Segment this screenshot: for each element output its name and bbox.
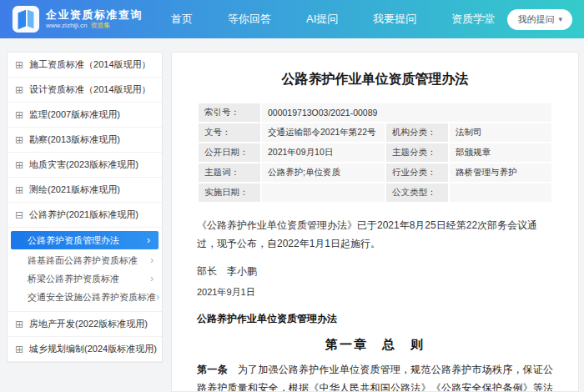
content-layout: ⊞ 施工资质标准（2014版现用） ⊞ 设计资质标准（2014版现用） ⊞ 监理… <box>0 38 584 392</box>
subitem-label: 路基路面公路养护资质标准 <box>28 254 138 267</box>
meta-value-org: 法制司 <box>450 123 551 142</box>
meta-label-pubdate: 公开日期： <box>199 143 260 162</box>
meta-label-keywords: 主题词： <box>199 163 260 182</box>
nav-ai-question[interactable]: AI提问 <box>306 12 338 27</box>
top-navbar: 企业资质标准查询 www.zizhiji.cn 资质集 首页 等你回答 AI提问… <box>0 0 584 38</box>
meta-row-pubdate: 公开日期： 2021年09月10日 主题分类： 部颁规章 <box>199 143 551 162</box>
subitem-bridge-standard[interactable]: 桥梁公路养护资质标准 › <box>8 269 162 288</box>
subitem-label: 公路养护资质管理办法 <box>28 234 119 247</box>
logo-subtitle-row: www.zizhiji.cn 资质集 <box>46 22 143 30</box>
plus-square-icon[interactable]: ⊞ <box>15 185 23 195</box>
sidebar-item-label: 测绘(2021版标准现用) <box>29 183 120 196</box>
plus-square-icon[interactable]: ⊞ <box>15 160 23 170</box>
nav-school[interactable]: 资质学堂 <box>451 12 495 27</box>
subitem-roadbed-standard[interactable]: 路基路面公路养护资质标准 › <box>8 251 162 269</box>
main-content: 公路养护作业单位资质管理办法 索引号： 000019713O03/2021-00… <box>171 52 579 392</box>
my-questions-label: 我的提问 <box>517 13 554 26</box>
sign-date: 2021年9月1日 <box>197 286 553 299</box>
sidebar-item-construction[interactable]: ⊞ 施工资质标准（2014版现用） <box>8 53 162 78</box>
meta-label-topic: 主题分类： <box>386 143 448 162</box>
chapter-heading: 第一章 总 则 <box>197 337 553 353</box>
meta-value-impl <box>262 183 385 202</box>
article-number: 第一条 <box>197 364 228 375</box>
sidebar-sublist-highway: 公路养护资质管理办法 › 路基路面公路养护资质标准 › 桥梁公路养护资质标准 ›… <box>8 228 162 312</box>
plus-square-icon[interactable]: ⊞ <box>15 319 23 329</box>
chevron-right-icon: › <box>147 235 150 245</box>
subitem-label: 桥梁公路养护资质标准 <box>28 273 119 285</box>
meta-label-impl: 实施日期： <box>199 183 260 202</box>
article-paragraph: 第一条 为了加强公路养护作业单位资质管理，规范公路养护市场秩序，保证公路养护质量… <box>197 360 553 392</box>
meta-value-doctype <box>450 183 551 202</box>
chevron-right-icon: › <box>150 274 154 284</box>
doc-meta-table: 索引号： 000019713O03/2021-00089 文号： 交通运输部令2… <box>197 102 553 204</box>
main-nav: 首页 等你回答 AI提问 我要提问 资质学堂 <box>171 12 495 27</box>
meta-row-keywords: 主题词： 公路养护;单位资质 行业分类： 路桥管理与养护 <box>199 163 551 182</box>
plus-square-icon[interactable]: ⊞ <box>15 60 23 70</box>
chevron-right-icon: › <box>156 292 159 302</box>
meta-label-org: 机构分类： <box>386 123 448 142</box>
meta-value-pubdate: 2021年09月10日 <box>262 143 385 162</box>
chevron-right-icon: › <box>150 255 154 265</box>
page-title: 公路养护作业单位资质管理办法 <box>197 71 553 88</box>
site-title: 企业资质标准查询 <box>46 8 143 22</box>
nav-home[interactable]: 首页 <box>171 12 193 27</box>
sidebar-item-label: 地质灾害(2023版标准现用) <box>29 158 138 171</box>
sidebar-item-label: 勘察(2013版标准现用) <box>29 133 120 146</box>
page: 企业资质标准查询 www.zizhiji.cn 资质集 首页 等你回答 AI提问… <box>0 0 584 392</box>
minus-square-icon[interactable]: ⊟ <box>15 210 23 220</box>
sidebar-item-label: 施工资质标准（2014版现用） <box>29 58 150 71</box>
site-url: www.zizhiji.cn <box>46 22 87 30</box>
plus-square-icon[interactable]: ⊞ <box>15 344 23 354</box>
plus-square-icon[interactable]: ⊞ <box>15 85 23 95</box>
logo-text: 企业资质标准查询 www.zizhiji.cn 资质集 <box>46 8 143 30</box>
meta-label-docno: 文号： <box>199 123 260 142</box>
meta-label-doctype: 公文类型： <box>386 183 448 202</box>
my-questions-button[interactable]: 我的提问 ▾ <box>507 9 572 30</box>
sidebar-item-urban-planning[interactable]: ⊞ 城乡规划编制(2024版标准现用) <box>8 337 162 362</box>
sidebar-item-label: 监理(2007版标准现用) <box>29 108 120 121</box>
meta-label-industry: 行业分类： <box>386 163 448 182</box>
plus-square-icon[interactable]: ⊞ <box>15 135 23 145</box>
site-logo-icon <box>12 5 40 33</box>
subitem-label: 交通安全设施公路养护资质标准 <box>28 291 156 304</box>
nav-ask[interactable]: 我要提问 <box>373 12 416 27</box>
subitem-maintenance-measures[interactable]: 公路养护资质管理办法 › <box>11 231 159 249</box>
meta-label-index: 索引号： <box>199 103 260 122</box>
sidebar-item-label: 房地产开发(2022版标准现用) <box>29 318 148 330</box>
meta-row-index: 索引号： 000019713O03/2021-00089 <box>199 103 551 122</box>
sidebar: ⊞ 施工资质标准（2014版现用） ⊞ 设计资质标准（2014版现用） ⊞ 监理… <box>7 52 163 363</box>
meta-value-index: 000019713O03/2021-00089 <box>262 103 551 122</box>
logo-badge: 资质集 <box>90 22 110 30</box>
nav-answer[interactable]: 等你回答 <box>228 12 271 27</box>
sidebar-item-label: 设计资质标准（2014版现用） <box>29 83 150 96</box>
meta-value-keywords: 公路养护;单位资质 <box>262 163 385 182</box>
sidebar-item-label: 公路养护(2021版标准现用) <box>29 209 138 221</box>
sidebar-item-realestate[interactable]: ⊞ 房地产开发(2022版标准现用) <box>8 312 162 337</box>
sidebar-item-label: 城乡规划编制(2024版标准现用) <box>29 343 157 355</box>
subitem-traffic-safety-standard[interactable]: 交通安全设施公路养护资质标准 › <box>8 288 162 306</box>
sidebar-item-supervision[interactable]: ⊞ 监理(2007版标准现用) <box>8 103 162 128</box>
meta-value-industry: 路桥管理与养护 <box>450 163 551 182</box>
sidebar-item-design[interactable]: ⊞ 设计资质标准（2014版现用） <box>8 78 162 103</box>
meta-row-docno: 文号： 交通运输部令2021年第22号 机构分类： 法制司 <box>199 123 551 142</box>
sidebar-item-highway-maintenance[interactable]: ⊟ 公路养护(2021版标准现用) <box>8 203 162 228</box>
meta-value-topic: 部颁规章 <box>450 143 551 162</box>
signer-line: 部长 李小鹏 <box>197 264 553 279</box>
meta-value-docno: 交通运输部令2021年第22号 <box>262 123 385 142</box>
sidebar-item-geohazard[interactable]: ⊞ 地质灾害(2023版标准现用) <box>8 153 162 178</box>
document-subtitle: 公路养护作业单位资质管理办法 <box>197 312 553 326</box>
caret-down-icon: ▾ <box>558 15 562 23</box>
meta-row-impl: 实施日期： 公文类型： <box>199 183 551 202</box>
sidebar-item-survey[interactable]: ⊞ 勘察(2013版标准现用) <box>8 128 162 153</box>
article-text: 为了加强公路养护作业单位资质管理，规范公路养护市场秩序，保证公路养护质量和安全，… <box>197 364 553 392</box>
announcement-paragraph: 《公路养护作业单位资质管理办法》已于2021年8月25日经第22次部务会议通过，… <box>197 217 553 253</box>
sidebar-item-mapping[interactable]: ⊞ 测绘(2021版标准现用) <box>8 178 162 203</box>
site-logo[interactable]: 企业资质标准查询 www.zizhiji.cn 资质集 <box>12 5 143 33</box>
plus-square-icon[interactable]: ⊞ <box>15 110 23 120</box>
